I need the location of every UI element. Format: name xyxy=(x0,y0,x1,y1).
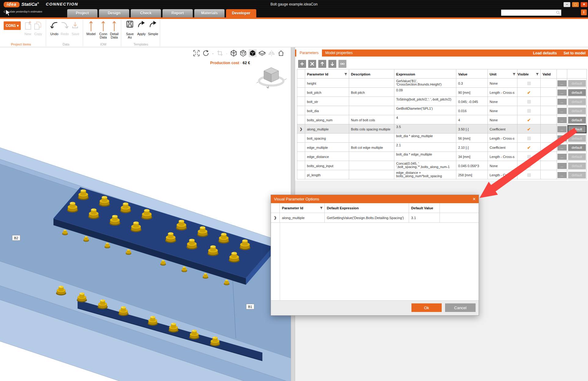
cell-description[interactable]: Bolt col edge multiple xyxy=(349,143,394,152)
cell-expression[interactable]: 0.09 xyxy=(394,88,456,97)
more-options-button[interactable]: ... xyxy=(557,117,567,123)
cell-unit[interactable]: Length - Cross-s xyxy=(488,134,517,143)
dialog-column-header-default-value[interactable]: Default Value xyxy=(409,203,440,213)
more-options-button[interactable]: ... xyxy=(557,90,567,96)
maximize-button[interactable]: ▢ xyxy=(572,2,579,7)
new-icon[interactable] xyxy=(24,21,32,31)
checkbox-unchecked[interactable] xyxy=(527,137,531,140)
close-button[interactable]: ✕ xyxy=(581,2,587,7)
more-options-button[interactable]: ... xyxy=(557,80,567,86)
cell-unit[interactable]: Coefficient xyxy=(488,124,517,134)
checkmark-icon[interactable]: ✔ xyxy=(527,127,531,132)
default-button[interactable]: default xyxy=(568,80,586,87)
cell-value[interactable]: 90 [mm] xyxy=(456,88,488,97)
checkbox-unchecked[interactable] xyxy=(527,155,531,159)
clipped-cube-icon[interactable] xyxy=(258,49,266,57)
more-options-button[interactable]: ... xyxy=(557,163,567,169)
row-selector[interactable] xyxy=(297,170,305,179)
row-selector[interactable] xyxy=(297,106,305,115)
simple-icon[interactable] xyxy=(149,20,157,29)
column-header-parameter-id[interactable]: Parameter Id xyxy=(305,69,349,79)
cell-visible[interactable]: ✔ xyxy=(517,143,541,152)
cell-expression[interactable]: GetValue('B1', 'CrossSection.Bounds.Heig… xyxy=(394,79,456,88)
cell-parameter-id[interactable]: bolt_pitch xyxy=(305,88,349,97)
cell-description[interactable] xyxy=(349,106,394,115)
dialog-cell-default-value[interactable]: 3.1 xyxy=(409,213,440,223)
default-button[interactable]: default xyxy=(568,117,586,123)
cell-visible[interactable]: ✔ xyxy=(517,115,541,124)
cell-expression[interactable]: ToString(bolt_pitch/2,'; ',-bolt_pitch/2… xyxy=(394,97,456,106)
undo-icon[interactable] xyxy=(50,21,58,31)
cell-value[interactable]: 258 [mm] xyxy=(456,170,488,179)
add-parameter-button[interactable] xyxy=(298,60,306,68)
home-icon[interactable] xyxy=(277,49,285,57)
tab-project[interactable]: Project xyxy=(67,9,97,17)
cell-expression[interactable]: bolt_dia * edge_multiple xyxy=(394,152,456,161)
parameter-row-edge_distance[interactable]: edge_distancebolt_dia * edge_multiple34 … xyxy=(297,152,587,161)
more-options-button[interactable]: ... xyxy=(557,145,567,151)
checkbox-unchecked[interactable] xyxy=(527,173,531,177)
cell-description[interactable]: Bolt pitch xyxy=(349,88,394,97)
row-selector[interactable] xyxy=(297,152,305,161)
simple-button-label[interactable]: Simple xyxy=(147,32,159,36)
apply-button-label[interactable]: Apply xyxy=(135,32,148,36)
default-button[interactable]: default xyxy=(568,108,586,114)
checkbox-unchecked[interactable] xyxy=(527,82,531,85)
cell-expression[interactable]: 4 xyxy=(394,115,456,124)
copy-button-label[interactable]: Copy xyxy=(32,32,44,36)
default-button[interactable]: default xyxy=(568,163,586,169)
chevron-down-icon[interactable]: ⌄ xyxy=(212,52,214,55)
redo-button-label[interactable]: Redo xyxy=(59,32,71,36)
cell-value[interactable]: 34 [mm] xyxy=(456,152,488,161)
cell-visible[interactable] xyxy=(517,152,541,161)
cell-expression[interactable]: bolt_dia * along_multiple xyxy=(394,134,456,143)
cell-visible[interactable] xyxy=(517,97,541,106)
save-as-button-label[interactable]: Save As xyxy=(123,32,136,39)
cell-parameter-id[interactable]: bolts_along_num xyxy=(305,115,349,124)
dialog-cell-default-expression[interactable]: GetSettingValue('Design.Bolts.Detailing.… xyxy=(325,213,409,223)
tab-report[interactable]: Report xyxy=(163,9,193,17)
tab-design[interactable]: Design xyxy=(99,9,129,17)
panel-tab-parameters[interactable]: Parameters xyxy=(296,49,322,57)
model-button-label[interactable]: Model xyxy=(84,32,98,36)
cell-parameter-id[interactable]: along_multiple xyxy=(305,124,349,134)
set-to-model-link[interactable]: Set to model xyxy=(564,51,586,55)
checkmark-icon[interactable]: ✔ xyxy=(527,90,531,95)
cell-description[interactable] xyxy=(349,97,394,106)
cell-unit[interactable]: None xyxy=(488,161,517,170)
cell-parameter-id[interactable]: bolt_str xyxy=(305,97,349,106)
cell-value[interactable]: 2.10 [-] xyxy=(456,143,488,152)
cell-visible[interactable] xyxy=(517,161,541,170)
column-header-value[interactable]: Value xyxy=(456,69,488,79)
cell-expression[interactable]: 3.5 xyxy=(394,124,456,134)
default-button[interactable]: default xyxy=(568,98,586,105)
cell-expression[interactable]: 2.1 xyxy=(394,143,456,152)
cell-visible[interactable] xyxy=(517,79,541,88)
link-button[interactable] xyxy=(338,60,346,68)
default-button[interactable]: default xyxy=(568,172,586,178)
more-options-button[interactable]: ... xyxy=(557,126,567,132)
row-selector[interactable] xyxy=(297,115,305,124)
cell-value[interactable]: 3.50 [-] xyxy=(456,124,488,134)
row-selector[interactable] xyxy=(297,97,305,106)
cell-unit[interactable]: None xyxy=(488,79,517,88)
more-options-button[interactable]: ... xyxy=(557,135,567,141)
column-header-expression[interactable]: Expression xyxy=(394,69,456,79)
parameter-row-pl_length[interactable]: pl_lengthedge_distance + bolts_along_num… xyxy=(297,170,587,179)
parameter-row-bolt_dia[interactable]: bolt_diaGetBoltDiameter('SPL1')0.016None… xyxy=(297,106,587,115)
move-down-button[interactable] xyxy=(328,60,336,68)
cell-visible[interactable]: ✔ xyxy=(517,88,541,97)
checkbox-unchecked[interactable] xyxy=(527,100,531,104)
cell-unit[interactable]: None xyxy=(488,106,517,115)
cell-visible[interactable] xyxy=(517,134,541,143)
cell-value[interactable]: 0.045; -0.045 xyxy=(456,97,488,106)
cell-visible[interactable] xyxy=(517,170,541,179)
default-button[interactable]: default xyxy=(568,135,586,142)
cell-parameter-id[interactable]: pl_length xyxy=(305,170,349,179)
cell-unit[interactable]: Coefficient xyxy=(488,143,517,152)
save-as-icon[interactable] xyxy=(126,20,134,29)
dialog-close-icon[interactable]: ✕ xyxy=(473,195,476,203)
column-header-description[interactable]: Description xyxy=(349,69,394,79)
mirror-icon[interactable] xyxy=(268,49,276,57)
default-button[interactable]: default xyxy=(568,89,586,96)
